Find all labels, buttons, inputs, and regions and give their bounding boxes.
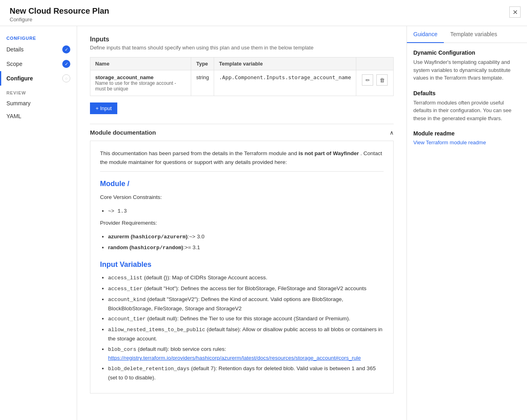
provider-azurerm: azurerm (hashicorp/azurerm):~> 3.0 <box>108 232 384 242</box>
sidebar-item-summary[interactable]: Summary <box>0 97 77 110</box>
var-blob-delete-retention: blob_delete_retention_days (default 7): … <box>108 364 384 382</box>
row-name-cell: storage_account_name Name to use for the… <box>90 70 191 96</box>
input-desc: Name to use for the storage account - mu… <box>95 80 186 92</box>
row-type-cell: string <box>191 70 214 96</box>
col-actions <box>356 57 394 70</box>
providers-list: azurerm (hashicorp/azurerm):~> 3.0 rando… <box>108 232 384 252</box>
input-vars-list: access_list (default {}): Map of CIDRs S… <box>108 273 384 382</box>
tab-template-variables[interactable]: Template variables <box>444 26 504 43</box>
rp-defaults-title: Defaults <box>413 90 521 96</box>
input-name: storage_account_name <box>95 74 186 80</box>
var-account-tier: account_tier (default null): Defines the… <box>108 314 384 324</box>
sidebar-label-yaml: YAML <box>6 113 70 119</box>
rp-section-module-readme: Module readme View Terraform module read… <box>413 130 521 145</box>
tab-guidance[interactable]: Guidance <box>407 26 444 43</box>
rp-section-dynamic-config: Dynamic Configuration Use Wayfinder's te… <box>413 49 521 82</box>
doc-intro-bold: is not part of Wayfinder <box>298 150 359 156</box>
collapse-icon: ∧ <box>390 129 394 136</box>
sidebar: CONFIGURE Details ✓ Scope ✓ Configure ○ … <box>0 26 77 420</box>
right-panel-tabs: Guidance Template variables <box>407 26 527 43</box>
view-module-readme-link[interactable]: View Terraform module readme <box>413 139 486 145</box>
add-input-button[interactable]: + Input <box>90 102 117 114</box>
rp-defaults-text: Terraform modules often provide useful d… <box>413 99 521 123</box>
sidebar-item-yaml[interactable]: YAML <box>0 110 77 123</box>
doc-intro-text: This documentation has been parsed from … <box>100 150 297 156</box>
sidebar-item-details[interactable]: Details ✓ <box>0 42 77 57</box>
var-access-tier: access_tier (default "Hot"): Defines the… <box>108 284 384 293</box>
rp-dynamic-config-text: Use Wayfinder's templating capability an… <box>413 58 521 82</box>
page-title: New Cloud Resource Plan <box>10 6 517 16</box>
rp-dynamic-config-title: Dynamic Configuration <box>413 49 521 56</box>
configure-section-label: CONFIGURE <box>0 33 77 42</box>
sidebar-item-scope[interactable]: Scope ✓ <box>0 57 77 71</box>
sidebar-label-details: Details <box>6 46 59 53</box>
sidebar-check-details: ✓ <box>62 45 70 53</box>
inputs-table: Name Type Template variable storage_acco… <box>90 57 394 96</box>
provider-azurerm-name: azurerm (hashicorp/azurerm) <box>108 234 188 240</box>
row-template-cell: .App.Component.Inputs.storage_account_na… <box>214 70 356 96</box>
sidebar-label-configure: Configure <box>6 75 59 82</box>
table-row: storage_account_name Name to use for the… <box>90 70 394 96</box>
page-subtitle: Configure <box>10 16 517 23</box>
col-type: Type <box>191 57 214 70</box>
module-docs-content: This documentation has been parsed from … <box>90 141 394 393</box>
right-panel-content: Dynamic Configuration Use Wayfinder's te… <box>407 43 527 160</box>
var-blob-cors: blob_cors (default null): blob service c… <box>108 345 384 363</box>
module-docs-header[interactable]: Module documentation ∧ <box>90 124 394 141</box>
core-version-value: ~> 1.3 <box>108 208 127 214</box>
core-version-list: ~> 1.3 <box>108 207 384 216</box>
review-section-label: REVIEW <box>0 86 77 97</box>
delete-row-button[interactable]: 🗑 <box>376 74 388 86</box>
row-actions: ✏ 🗑 <box>361 74 388 86</box>
rp-module-readme-title: Module readme <box>413 130 521 137</box>
sidebar-item-configure[interactable]: Configure ○ <box>0 71 77 86</box>
sidebar-label-summary: Summary <box>6 100 70 107</box>
core-version-label: Core Version Constraints: <box>100 193 384 202</box>
var-allow-nested: allow_nested_items_to_be_public (default… <box>108 325 384 343</box>
inputs-desc: Define inputs that teams should specify … <box>90 45 394 51</box>
row-action-cell: ✏ 🗑 <box>356 70 394 96</box>
var-account-kind: account_kind (default "StorageV2"): Defi… <box>108 295 384 313</box>
core-version-item: ~> 1.3 <box>108 207 384 216</box>
content-area: Inputs Define inputs that teams should s… <box>77 26 406 420</box>
var-access-list: access_list (default {}): Map of CIDRs S… <box>108 273 384 283</box>
edit-row-button[interactable]: ✏ <box>362 74 373 86</box>
provider-random: random (hashicorp/random):>= 3.1 <box>108 243 384 252</box>
close-button[interactable]: ✕ <box>509 6 521 18</box>
col-template-var: Template variable <box>214 57 356 70</box>
rp-section-defaults: Defaults Terraform modules often provide… <box>413 90 521 123</box>
col-name: Name <box>90 57 191 70</box>
provider-random-name: random (hashicorp/random) <box>108 244 183 250</box>
blob-cors-link[interactable]: https://registry.terraform.io/providers/… <box>108 355 361 361</box>
sidebar-check-configure: ○ <box>62 74 70 82</box>
doc-intro-para: This documentation has been parsed from … <box>100 149 384 166</box>
sidebar-check-scope: ✓ <box>62 60 70 68</box>
inputs-title: Inputs <box>90 36 394 43</box>
sidebar-label-scope: Scope <box>6 61 59 67</box>
right-panel: Guidance Template variables Dynamic Conf… <box>406 26 527 420</box>
module-heading: Module / <box>100 178 384 190</box>
provider-req-label: Provider Requirements: <box>100 219 384 227</box>
doc-divider <box>100 171 384 172</box>
module-docs-title: Module documentation <box>90 129 156 136</box>
input-vars-heading: Input Variables <box>100 259 384 270</box>
template-var-value: .App.Component.Inputs.storage_account_na… <box>219 74 351 80</box>
